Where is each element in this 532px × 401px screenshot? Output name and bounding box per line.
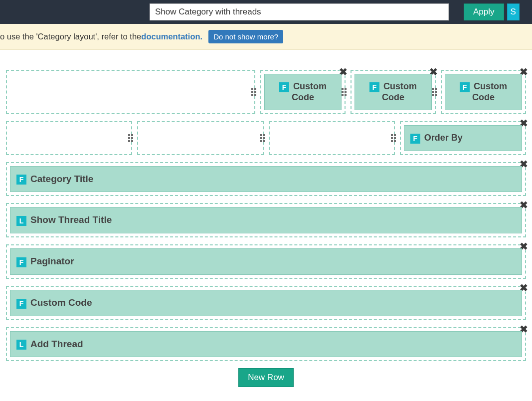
dismiss-notice-button[interactable]: Do not show more? bbox=[208, 30, 283, 43]
layout-column[interactable]: ✖FCategory Title bbox=[6, 162, 526, 197]
drag-handle-icon[interactable] bbox=[260, 134, 265, 142]
module-label: Custom Code bbox=[292, 81, 327, 102]
tag-f: F bbox=[279, 82, 289, 92]
tag-f: F bbox=[16, 299, 26, 309]
layout-column-empty[interactable] bbox=[6, 70, 255, 114]
module-show-thread-title[interactable]: LShow Thread Title bbox=[10, 207, 522, 233]
notice-text: o use the 'Category layout', refer to th… bbox=[0, 32, 141, 41]
layout-row: ✖FCustom Code bbox=[6, 286, 526, 320]
module-label: Custom Code bbox=[30, 297, 92, 308]
module-category-title[interactable]: FCategory Title bbox=[10, 166, 522, 193]
drag-handle-icon[interactable] bbox=[432, 88, 437, 96]
module-label: Custom Code bbox=[382, 81, 417, 102]
module-label: Category Title bbox=[30, 174, 93, 184]
module-custom-code[interactable]: FCustom Code bbox=[445, 74, 522, 110]
layout-row: ✖LAdd Thread bbox=[6, 327, 526, 362]
apply-button[interactable]: Apply bbox=[464, 3, 504, 20]
secondary-button[interactable]: S bbox=[507, 3, 520, 20]
tag-f: F bbox=[410, 134, 420, 144]
module-custom-code[interactable]: FCustom Code bbox=[264, 74, 342, 110]
new-row-wrap: New Row bbox=[6, 368, 526, 387]
documentation-link[interactable]: documentation. bbox=[141, 32, 202, 41]
layout-row: ✖ FCustom Code ✖ FCustom Code ✖ FCustom … bbox=[6, 70, 526, 114]
drag-handle-icon[interactable] bbox=[391, 134, 396, 142]
module-label: Add Thread bbox=[30, 339, 83, 349]
module-label: Order By bbox=[424, 133, 463, 143]
layout-row: ✖ FOrder By bbox=[6, 121, 526, 155]
tag-l: L bbox=[16, 216, 26, 226]
module-add-thread[interactable]: LAdd Thread bbox=[10, 331, 522, 358]
layout-column-empty[interactable] bbox=[137, 121, 263, 155]
layout-row: ✖FPaginator bbox=[6, 244, 526, 279]
module-label: Custom Code bbox=[472, 81, 507, 102]
module-label: Paginator bbox=[30, 256, 74, 266]
module-order-by[interactable]: FOrder By bbox=[404, 125, 522, 151]
tag-f: F bbox=[16, 257, 26, 267]
layout-column[interactable]: ✖ FCustom Code bbox=[260, 70, 346, 114]
layout-canvas: ✖ FCustom Code ✖ FCustom Code ✖ FCustom … bbox=[0, 50, 532, 392]
layout-column[interactable]: ✖ FCustom Code bbox=[441, 70, 526, 114]
layout-column[interactable]: ✖FPaginator bbox=[6, 244, 526, 279]
tag-f: F bbox=[460, 82, 470, 92]
layout-column[interactable]: ✖FCustom Code bbox=[6, 286, 526, 320]
drag-handle-icon[interactable] bbox=[342, 88, 347, 96]
new-row-button[interactable]: New Row bbox=[238, 368, 294, 387]
layout-column[interactable]: ✖ FCustom Code bbox=[351, 70, 436, 114]
tag-l: L bbox=[16, 340, 26, 350]
module-label: Show Thread Title bbox=[30, 214, 112, 225]
layout-column[interactable]: ✖ FOrder By bbox=[400, 121, 526, 155]
top-bar: Apply S bbox=[0, 0, 532, 24]
layout-column[interactable]: ✖LShow Thread Title bbox=[6, 203, 526, 237]
drag-handle-icon[interactable] bbox=[128, 134, 133, 142]
layout-column[interactable]: ✖LAdd Thread bbox=[6, 327, 526, 362]
layout-row: ✖FCategory Title bbox=[6, 162, 526, 197]
layout-title-input[interactable] bbox=[150, 3, 449, 20]
tag-f: F bbox=[369, 82, 379, 92]
tag-f: F bbox=[16, 175, 26, 185]
notice-bar: o use the 'Category layout', refer to th… bbox=[0, 24, 532, 50]
module-custom-code[interactable]: FCustom Code bbox=[355, 74, 432, 110]
module-paginator[interactable]: FPaginator bbox=[10, 248, 522, 275]
layout-column-empty[interactable] bbox=[269, 121, 395, 155]
layout-row: ✖LShow Thread Title bbox=[6, 203, 526, 237]
drag-handle-icon[interactable] bbox=[251, 88, 256, 96]
top-button-group: Apply S bbox=[464, 3, 520, 20]
module-custom-code[interactable]: FCustom Code bbox=[10, 290, 522, 316]
layout-column-empty[interactable] bbox=[6, 121, 132, 155]
